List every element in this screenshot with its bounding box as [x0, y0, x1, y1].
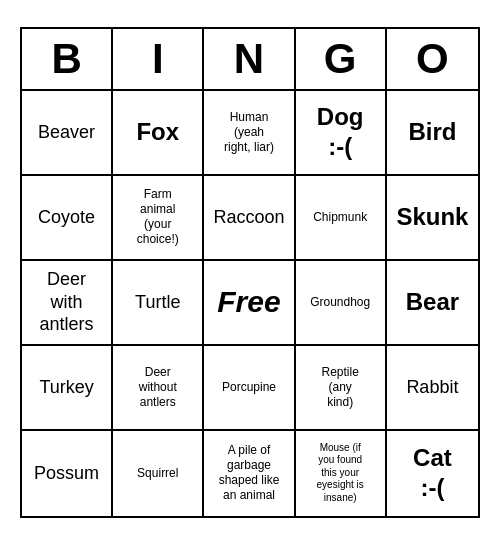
cell-text: Beaver: [38, 121, 95, 144]
bingo-cell-12: Free: [204, 261, 295, 346]
cell-text: Dog :-(: [317, 102, 364, 162]
cell-text: Chipmunk: [313, 210, 367, 225]
bingo-cell-7: Raccoon: [204, 176, 295, 261]
cell-text: Bird: [408, 117, 456, 147]
bingo-cell-20: Possum: [22, 431, 113, 516]
header-letter: I: [113, 29, 204, 89]
bingo-cell-15: Turkey: [22, 346, 113, 431]
bingo-card: BINGO BeaverFoxHuman (yeah right, liar)D…: [20, 27, 480, 518]
bingo-cell-1: Fox: [113, 91, 204, 176]
header-letter: O: [387, 29, 478, 89]
cell-text: Cat :-(: [413, 443, 452, 503]
header-letter: G: [296, 29, 387, 89]
cell-text: A pile of garbage shaped like an animal: [219, 443, 280, 503]
bingo-cell-0: Beaver: [22, 91, 113, 176]
bingo-cell-16: Deer without antlers: [113, 346, 204, 431]
cell-text: Reptile (any kind): [322, 365, 359, 410]
bingo-cell-3: Dog :-(: [296, 91, 387, 176]
bingo-cell-5: Coyote: [22, 176, 113, 261]
cell-text: Deer with antlers: [40, 268, 94, 336]
cell-text: Groundhog: [310, 295, 370, 310]
bingo-cell-2: Human (yeah right, liar): [204, 91, 295, 176]
bingo-cell-23: Mouse (if you found this your eyesight i…: [296, 431, 387, 516]
bingo-cell-9: Skunk: [387, 176, 478, 261]
bingo-cell-24: Cat :-(: [387, 431, 478, 516]
cell-text: Free: [217, 283, 280, 321]
bingo-header: BINGO: [22, 29, 478, 91]
cell-text: Coyote: [38, 206, 95, 229]
bingo-grid: BeaverFoxHuman (yeah right, liar)Dog :-(…: [22, 91, 478, 516]
bingo-cell-19: Rabbit: [387, 346, 478, 431]
cell-text: Turkey: [39, 376, 93, 399]
cell-text: Mouse (if you found this your eyesight i…: [317, 442, 364, 505]
header-letter: B: [22, 29, 113, 89]
cell-text: Fox: [136, 117, 179, 147]
cell-text: Porcupine: [222, 380, 276, 395]
cell-text: Squirrel: [137, 466, 178, 481]
bingo-cell-22: A pile of garbage shaped like an animal: [204, 431, 295, 516]
bingo-cell-8: Chipmunk: [296, 176, 387, 261]
header-letter: N: [204, 29, 295, 89]
cell-text: Bear: [406, 287, 459, 317]
cell-text: Possum: [34, 462, 99, 485]
cell-text: Farm animal (your choice!): [137, 187, 179, 247]
bingo-cell-4: Bird: [387, 91, 478, 176]
cell-text: Skunk: [396, 202, 468, 232]
bingo-cell-14: Bear: [387, 261, 478, 346]
bingo-cell-10: Deer with antlers: [22, 261, 113, 346]
cell-text: Turtle: [135, 291, 180, 314]
cell-text: Deer without antlers: [139, 365, 177, 410]
cell-text: Raccoon: [213, 206, 284, 229]
bingo-cell-6: Farm animal (your choice!): [113, 176, 204, 261]
bingo-cell-17: Porcupine: [204, 346, 295, 431]
bingo-cell-18: Reptile (any kind): [296, 346, 387, 431]
cell-text: Rabbit: [406, 376, 458, 399]
bingo-cell-21: Squirrel: [113, 431, 204, 516]
bingo-cell-13: Groundhog: [296, 261, 387, 346]
cell-text: Human (yeah right, liar): [224, 110, 274, 155]
bingo-cell-11: Turtle: [113, 261, 204, 346]
